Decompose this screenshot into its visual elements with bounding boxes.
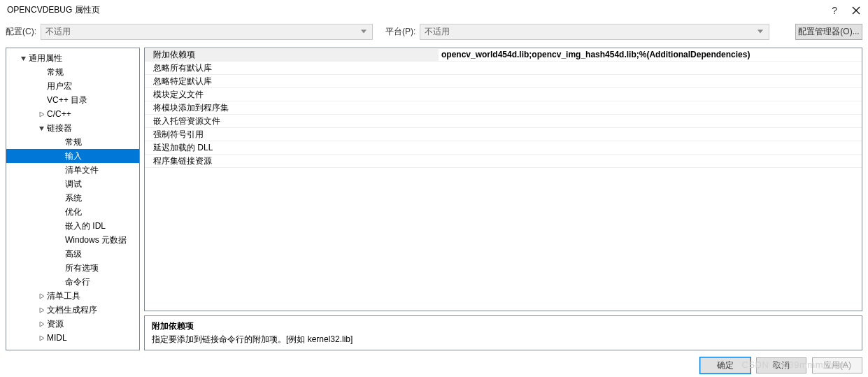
right-panel: 附加依赖项opencv_world454d.lib;opencv_img_has… <box>144 48 862 350</box>
apply-button[interactable]: 应用(A) <box>812 357 862 374</box>
tree-item-label: 用户宏 <box>47 80 72 92</box>
tree-item-label: 所有选项 <box>65 262 99 274</box>
tree-item[interactable]: 调试 <box>6 177 139 191</box>
tree-item[interactable]: 常规 <box>6 135 139 149</box>
tree-item-label: 资源 <box>47 318 64 330</box>
tree-item-label: 文档生成程序 <box>47 304 97 316</box>
property-row[interactable]: 忽略所有默认库 <box>145 62 862 75</box>
description-text: 指定要添加到链接命令行的附加项。[例如 kernel32.lib] <box>152 334 855 346</box>
tree-item-label: 系统 <box>65 192 82 204</box>
ok-button[interactable]: 确定 <box>700 357 750 374</box>
platform-dropdown[interactable]: 不适用 <box>420 24 769 40</box>
property-row[interactable]: 附加依赖项opencv_world454d.lib;opencv_img_has… <box>145 48 862 62</box>
tree-panel: 通用属性常规用户宏VC++ 目录C/C++链接器常规输入清单文件调试系统优化嵌入… <box>6 48 140 350</box>
tree-item[interactable]: 所有选项 <box>6 261 139 275</box>
tree-item[interactable]: 链接器 <box>6 121 139 135</box>
chevron-right-icon[interactable] <box>37 334 45 342</box>
chevron-right-icon[interactable] <box>37 110 45 118</box>
property-row[interactable]: 嵌入托管资源文件 <box>145 115 862 128</box>
tree-item[interactable]: 资源 <box>6 317 139 331</box>
tree-item-label: 链接器 <box>47 122 72 134</box>
tree-item[interactable]: 命令行 <box>6 275 139 289</box>
tree-item-label: MIDL <box>47 333 67 343</box>
tree-item[interactable]: 文档生成程序 <box>6 303 139 317</box>
platform-value: 不适用 <box>425 26 450 38</box>
close-icon[interactable] <box>851 6 861 15</box>
property-row[interactable]: 将模块添加到程序集 <box>145 101 862 115</box>
property-label: 将模块添加到程序集 <box>145 102 439 114</box>
tree-item-label: 调试 <box>65 178 82 190</box>
config-dropdown[interactable]: 不适用 <box>41 24 373 40</box>
property-label: 强制符号引用 <box>145 129 439 141</box>
platform-label: 平台(P): <box>385 26 415 38</box>
tree-item[interactable]: 清单文件 <box>6 163 139 177</box>
tree-item-label: 优化 <box>65 206 82 218</box>
help-icon[interactable]: ? <box>832 5 837 16</box>
main-area: 通用属性常规用户宏VC++ 目录C/C++链接器常规输入清单文件调试系统优化嵌入… <box>0 42 868 356</box>
window-title: OPENCVDEBUG 属性页 <box>7 4 832 16</box>
property-value[interactable]: opencv_world454d.lib;opencv_img_hash454d… <box>439 50 862 59</box>
property-label: 模块定义文件 <box>145 89 439 101</box>
tree-item-label: 通用属性 <box>29 52 62 64</box>
property-label: 嵌入托管资源文件 <box>145 115 439 127</box>
chevron-down-icon[interactable] <box>19 54 27 62</box>
tree-item-label: VC++ 目录 <box>47 94 87 106</box>
config-value: 不适用 <box>45 26 71 38</box>
tree: 通用属性常规用户宏VC++ 目录C/C++链接器常规输入清单文件调试系统优化嵌入… <box>6 48 139 348</box>
tree-item[interactable]: 系统 <box>6 191 139 205</box>
tree-item-label: 清单工具 <box>47 290 80 302</box>
property-grid: 附加依赖项opencv_world454d.lib;opencv_img_has… <box>144 48 862 311</box>
tree-item-label: Windows 元数据 <box>65 234 127 246</box>
tree-item[interactable]: 输入 <box>6 149 139 163</box>
tree-item-label: 清单文件 <box>65 164 99 176</box>
property-label: 延迟加载的 DLL <box>145 142 439 154</box>
cancel-button[interactable]: 取消 <box>756 357 806 374</box>
toolbar: 配置(C): 不适用 平台(P): 不适用 配置管理器(O)... <box>0 21 868 42</box>
property-label: 附加依赖项 <box>145 49 439 61</box>
chevron-right-icon[interactable] <box>37 306 45 314</box>
chevron-right-icon[interactable] <box>37 292 45 300</box>
tree-item-label: 输入 <box>65 150 82 162</box>
titlebar: OPENCVDEBUG 属性页 ? <box>0 0 868 21</box>
property-row[interactable]: 程序集链接资源 <box>145 155 862 168</box>
tree-item[interactable]: MIDL <box>6 331 139 345</box>
tree-item[interactable]: 通用属性 <box>6 51 139 65</box>
tree-item[interactable]: 用户宏 <box>6 79 139 93</box>
tree-item-label: 常规 <box>47 66 64 78</box>
footer: 确定 取消 应用(A) <box>0 356 868 377</box>
tree-item-label: 常规 <box>65 136 82 148</box>
property-row[interactable]: 模块定义文件 <box>145 88 862 101</box>
tree-item[interactable]: VC++ 目录 <box>6 93 139 107</box>
chevron-down-icon[interactable] <box>37 124 45 132</box>
tree-item[interactable]: 清单工具 <box>6 289 139 303</box>
chevron-right-icon[interactable] <box>37 320 45 328</box>
tree-item-label: C/C++ <box>47 109 71 119</box>
property-row[interactable]: 强制符号引用 <box>145 128 862 141</box>
config-label: 配置(C): <box>6 26 36 38</box>
property-label: 程序集链接资源 <box>145 155 439 167</box>
config-manager-button[interactable]: 配置管理器(O)... <box>795 24 862 40</box>
tree-item[interactable]: 嵌入的 IDL <box>6 219 139 233</box>
property-row[interactable]: 忽略特定默认库 <box>145 75 862 88</box>
tree-item[interactable]: C/C++ <box>6 107 139 121</box>
description-title: 附加依赖项 <box>152 320 855 332</box>
tree-item[interactable]: 高级 <box>6 247 139 261</box>
tree-item-label: 命令行 <box>65 276 90 288</box>
property-label: 忽略所有默认库 <box>145 62 439 74</box>
tree-item[interactable]: Windows 元数据 <box>6 233 139 247</box>
property-row[interactable]: 延迟加载的 DLL <box>145 141 862 155</box>
tree-item[interactable]: 常规 <box>6 65 139 79</box>
tree-item-label: 嵌入的 IDL <box>65 220 106 232</box>
property-label: 忽略特定默认库 <box>145 76 439 87</box>
tree-item-label: 高级 <box>65 248 82 260</box>
description-panel: 附加依赖项 指定要添加到链接命令行的附加项。[例如 kernel32.lib] <box>144 315 862 350</box>
tree-item[interactable]: 优化 <box>6 205 139 219</box>
titlebar-controls: ? <box>832 5 861 16</box>
